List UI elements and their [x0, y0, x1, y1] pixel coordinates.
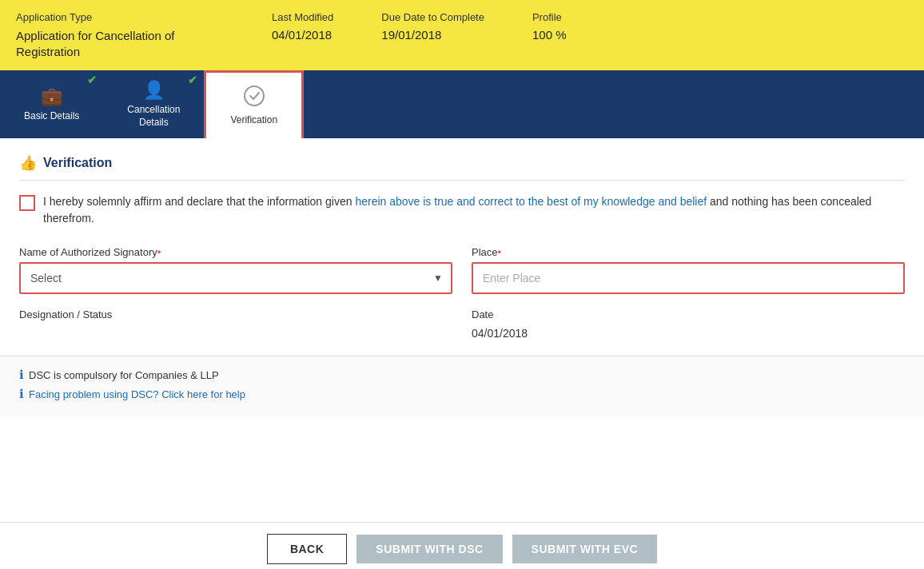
signatory-select[interactable]: Select — [21, 264, 451, 292]
date-group: Date 04/01/2018 — [472, 308, 905, 340]
back-button[interactable]: BACK — [267, 534, 347, 564]
tab-cancellation-details[interactable]: ✔ 👤 CancellationDetails — [103, 70, 204, 138]
signatory-label: Name of Authorized Signatory• — [19, 246, 452, 258]
header-bar: Application Type Application for Cancell… — [0, 0, 924, 70]
thumbsup-icon: 👍 — [19, 154, 37, 172]
info-section: ℹ DSC is compulsory for Companies & LLP … — [0, 356, 924, 417]
signatory-group: Name of Authorized Signatory• Select ▼ — [19, 246, 452, 294]
dsc-help-link[interactable]: Facing problem using DSC? Click here for… — [29, 388, 245, 400]
place-label: Place• — [472, 246, 905, 258]
last-modified-value: 04/01/2018 — [272, 28, 333, 42]
due-date-col: Due Date to Complete 19/01/2018 — [381, 11, 484, 42]
place-group: Place• — [472, 246, 905, 294]
declaration-row: I hereby solemnly affirm and declare tha… — [19, 193, 905, 227]
tab-nav: ✔ 💼 Basic Details ✔ 👤 CancellationDetail… — [0, 70, 924, 138]
tab-basic-details[interactable]: ✔ 💼 Basic Details — [0, 70, 103, 138]
app-type-col: Application Type Application for Cancell… — [16, 11, 224, 59]
app-type-value: Application for Cancellation of Registra… — [16, 28, 224, 59]
date-label: Date — [472, 308, 905, 320]
info-icon-dsc: ℹ — [19, 368, 24, 382]
svg-point-0 — [245, 86, 264, 105]
briefcase-icon: 💼 — [41, 86, 62, 107]
tab-basic-label: Basic Details — [24, 110, 79, 123]
dsc-note-text: DSC is compulsory for Companies & LLP — [29, 369, 219, 381]
signatory-required: • — [157, 246, 161, 258]
person-icon: 👤 — [143, 80, 165, 101]
due-date-label: Due Date to Complete — [381, 11, 484, 23]
profile-label: Profile — [532, 11, 567, 23]
designation-date-row: Designation / Status Date 04/01/2018 — [19, 308, 905, 340]
last-modified-label: Last Modified — [272, 11, 333, 23]
profile-value: 100 % — [532, 28, 567, 42]
dsc-note-line: ℹ DSC is compulsory for Companies & LLP — [19, 368, 905, 382]
place-input[interactable] — [472, 262, 905, 294]
signatory-select-wrapper: Select ▼ — [19, 262, 452, 294]
dsc-help-line: ℹ Facing problem using DSC? Click here f… — [19, 387, 905, 401]
info-icon-help: ℹ — [19, 387, 24, 401]
place-required: • — [498, 246, 502, 258]
footer-bar: BACK SUBMIT WITH DSC SUBMIT WITH EVC — [0, 522, 924, 569]
main-content: 👍 Verification I hereby solemnly affirm … — [0, 138, 924, 522]
profile-col: Profile 100 % — [532, 11, 567, 42]
tab-check-basic: ✔ — [87, 74, 97, 86]
app-type-label: Application Type — [16, 11, 224, 23]
submit-evc-button[interactable]: SUBMIT WITH EVC — [512, 535, 658, 563]
declaration-highlight: herein above is true and correct to the … — [355, 195, 707, 208]
declaration-checkbox[interactable] — [19, 195, 35, 211]
tab-check-cancellation: ✔ — [188, 74, 197, 86]
designation-label: Designation / Status — [19, 308, 452, 320]
tab-verification[interactable]: Verification — [204, 70, 304, 138]
designation-group: Designation / Status — [19, 308, 452, 340]
section-title-text: Verification — [43, 156, 112, 170]
checkmark-icon — [243, 85, 265, 111]
date-value: 04/01/2018 — [472, 324, 905, 340]
declaration-text: I hereby solemnly affirm and declare tha… — [43, 193, 905, 227]
tab-verification-label: Verification — [230, 114, 277, 127]
section-title: 👍 Verification — [19, 154, 905, 181]
signatory-place-row: Name of Authorized Signatory• Select ▼ P… — [19, 246, 905, 294]
submit-dsc-button[interactable]: SUBMIT WITH DSC — [356, 535, 502, 563]
due-date-value: 19/01/2018 — [381, 28, 484, 42]
last-modified-col: Last Modified 04/01/2018 — [272, 11, 333, 42]
tab-cancellation-label: CancellationDetails — [127, 104, 180, 129]
